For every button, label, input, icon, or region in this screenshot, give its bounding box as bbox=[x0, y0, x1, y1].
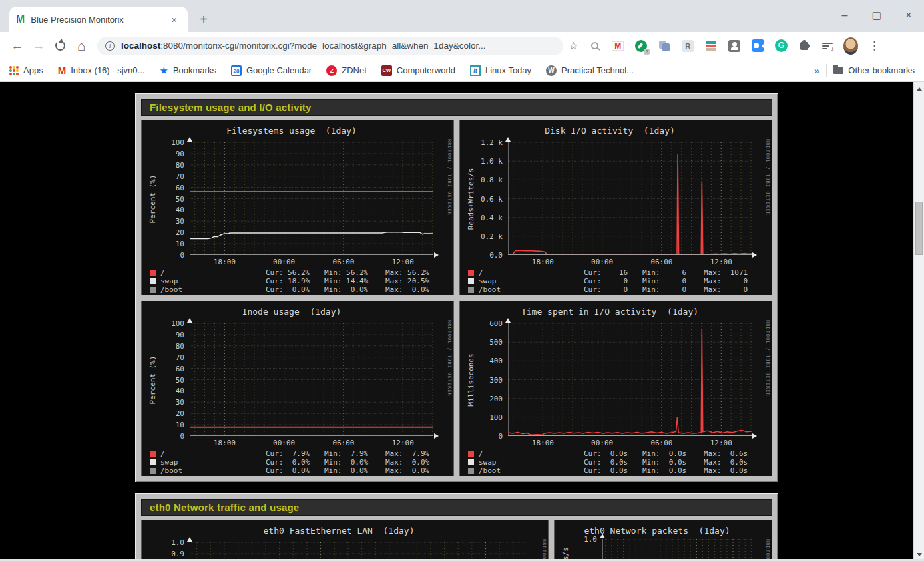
x-axis-labels: 18:0000:0006:0012:00 bbox=[508, 258, 752, 267]
other-bookmarks-button[interactable]: Other bookmarks bbox=[833, 65, 915, 75]
bookmark-inbox[interactable]: M Inbox (16) - sjvn0... bbox=[58, 65, 145, 76]
gmail-extension-icon[interactable]: M bbox=[610, 39, 625, 53]
bookmark-star-icon[interactable]: ☆ bbox=[569, 39, 578, 52]
copy-extension-icon[interactable] bbox=[657, 39, 672, 53]
legend-value: Cur: 16 bbox=[584, 268, 642, 277]
legend-row: swapCur: 0Min: 0Max: 0 bbox=[468, 277, 768, 285]
scrollbar-down-icon[interactable] bbox=[914, 549, 924, 560]
legend-row: /Cur: 0.0sMin: 0.0sMax: 0.6s bbox=[468, 449, 768, 457]
rrdtool-watermark: RRDTOOL / TOBI OETIKER bbox=[447, 320, 452, 397]
legend-swatch-icon bbox=[150, 278, 156, 284]
close-button[interactable]: × bbox=[900, 5, 917, 25]
y-tick-label: 10 bbox=[142, 240, 184, 248]
chart-time-in-io[interactable]: Time spent in I/O activity (1day)Millise… bbox=[459, 301, 772, 476]
legend-value: Min: 14.4% bbox=[324, 277, 385, 285]
active-tab[interactable]: M Blue Precision Monitorix × bbox=[9, 7, 188, 32]
legend-swatch-icon bbox=[150, 459, 156, 465]
bookmark-bookmarks[interactable]: ★ Bookmarks bbox=[159, 65, 216, 77]
grammarly-extension-icon[interactable]: G bbox=[774, 39, 788, 53]
legend-row: /Cur: 56.2%Min: 56.2%Max: 56.2% bbox=[150, 268, 449, 276]
bookmark-apps[interactable]: Apps bbox=[9, 65, 43, 75]
legend-swatch-icon bbox=[150, 270, 156, 276]
y-tick-label: 30 bbox=[142, 217, 184, 226]
zoom-extension-icon[interactable] bbox=[750, 39, 765, 53]
y-tick-label: 0.2 k bbox=[460, 232, 503, 241]
x-tick-label: 00:00 bbox=[591, 258, 613, 266]
bookmark-linux-today[interactable]: lt Linux Today bbox=[470, 65, 531, 76]
extensions-puzzle-icon[interactable] bbox=[797, 39, 811, 53]
axis-right-arrow-icon bbox=[434, 252, 439, 258]
y-tick-label: 20 bbox=[142, 228, 184, 237]
x-tick-label: 18:00 bbox=[532, 439, 554, 447]
legend-value: Max: 0 bbox=[704, 277, 768, 285]
legend-value: Cur: 18.9% bbox=[266, 277, 324, 285]
legend-value: Min: 6 bbox=[642, 268, 704, 277]
legend-swatch-icon bbox=[468, 287, 474, 293]
site-info-icon[interactable]: i bbox=[105, 41, 115, 51]
x-tick-label: 18:00 bbox=[532, 258, 554, 266]
x-axis-labels: 18:0000:0006:0012:00 bbox=[508, 439, 752, 448]
chart-filesystems-usage[interactable]: Filesystems usage (1day)Percent (%)10090… bbox=[141, 120, 454, 295]
profile-avatar[interactable] bbox=[843, 39, 858, 53]
scrollbar-track[interactable] bbox=[913, 82, 924, 561]
rrdtool-watermark: RRDTOOL / TOBI OETIKER bbox=[447, 139, 452, 216]
back-button[interactable]: ← bbox=[7, 35, 28, 57]
chart-title: Inode usage (1day) bbox=[142, 307, 441, 317]
chart-disk-io-activity[interactable]: Disk I/O activity (1day)Reads+Writes/s1.… bbox=[459, 120, 772, 295]
chart-title: Time spent in I/O activity (1day) bbox=[460, 307, 760, 317]
legend-swatch-icon bbox=[150, 468, 156, 474]
y-tick-label: 0 bbox=[142, 432, 184, 441]
x-tick-label: 06:00 bbox=[332, 439, 354, 447]
tab-close-icon[interactable]: × bbox=[167, 13, 181, 27]
y-tick-label: 600 bbox=[460, 319, 503, 328]
scrollbar-thumb[interactable] bbox=[915, 202, 923, 255]
bookmarks-separator bbox=[826, 64, 827, 77]
playlist-extension-icon[interactable]: ♪ bbox=[820, 39, 835, 53]
bookmarks-overflow-chevron-icon[interactable]: » bbox=[814, 65, 819, 76]
legend-name: / bbox=[160, 268, 266, 277]
tab-title: Blue Precision Monitorix bbox=[31, 15, 167, 25]
bookmark-zdnet[interactable]: Z ZDNet bbox=[326, 65, 367, 76]
x-axis-labels: 18:0000:0006:0012:00 bbox=[190, 439, 433, 448]
legend-value: Cur: 0.0% bbox=[266, 285, 324, 294]
legend-value: Min: 56.2% bbox=[324, 268, 385, 277]
gmail-icon: M bbox=[58, 65, 67, 76]
legend-swatch-icon bbox=[468, 278, 474, 284]
scrollbar-up-icon[interactable] bbox=[914, 83, 924, 94]
bookmark-computerworld[interactable]: CW Computerworld bbox=[381, 65, 455, 76]
books-extension-icon[interactable] bbox=[704, 39, 718, 53]
chart-inode-usage[interactable]: Inode usage (1day)Percent (%)10090807060… bbox=[141, 301, 454, 476]
new-tab-button[interactable]: + bbox=[194, 11, 213, 29]
legend-swatch-icon bbox=[468, 451, 474, 457]
bookmark-google-calendar[interactable]: 28 Google Calendar bbox=[231, 65, 312, 76]
maximize-button[interactable]: ▢ bbox=[868, 5, 885, 25]
legend-name: / bbox=[479, 449, 584, 458]
legend-row: swapCur: 18.9%Min: 14.4%Max: 20.5% bbox=[150, 277, 449, 285]
rrdtool-watermark: RRDTOOL / TOBI OETIKER bbox=[765, 320, 770, 397]
bookmark-practical-technology[interactable]: W Practical Technol... bbox=[546, 65, 634, 76]
search-extension-icon[interactable] bbox=[587, 39, 602, 53]
reload-button[interactable] bbox=[49, 35, 71, 57]
browser-menu-icon[interactable]: ⋮ bbox=[867, 39, 881, 53]
axis-right-arrow-icon bbox=[752, 433, 757, 439]
legend-swatch-icon bbox=[150, 451, 156, 457]
y-tick-label: 1.0 bbox=[555, 535, 597, 544]
legend-name: / bbox=[160, 449, 266, 458]
axis-up-arrow-icon bbox=[187, 537, 192, 542]
voice-extension-icon[interactable]: ? bbox=[634, 39, 648, 53]
legend-row: /bootCur: 0.0%Min: 0.0%Max: 0.0% bbox=[150, 285, 449, 293]
minimize-button[interactable]: – bbox=[836, 5, 853, 25]
forward-button[interactable]: → bbox=[28, 35, 49, 57]
chart-eth0-packets[interactable]: eth0 Network packets (1day)Packets/s1.00… bbox=[554, 520, 772, 561]
reader-extension-icon[interactable]: R bbox=[680, 39, 695, 53]
contact-extension-icon[interactable] bbox=[727, 39, 742, 53]
y-tick-label: 100 bbox=[142, 138, 184, 147]
legend-value: Cur: 0 bbox=[584, 285, 642, 294]
home-button[interactable]: ⌂ bbox=[71, 35, 92, 57]
legend-row: swapCur: 0.0%Min: 0.0%Max: 0.0% bbox=[150, 458, 449, 466]
y-tick-label: 0.4 k bbox=[460, 214, 503, 222]
chart-eth0-lan[interactable]: eth0 FastEthernet LAN (1day)1.00.90.80.7… bbox=[141, 520, 549, 561]
address-bar[interactable]: i localhost:8080/monitorix-cgi/monitorix… bbox=[97, 37, 563, 55]
rrdtool-watermark: RRDTOOL / TOBI OETIKER bbox=[765, 139, 770, 216]
axis-up-arrow-icon bbox=[505, 137, 511, 142]
